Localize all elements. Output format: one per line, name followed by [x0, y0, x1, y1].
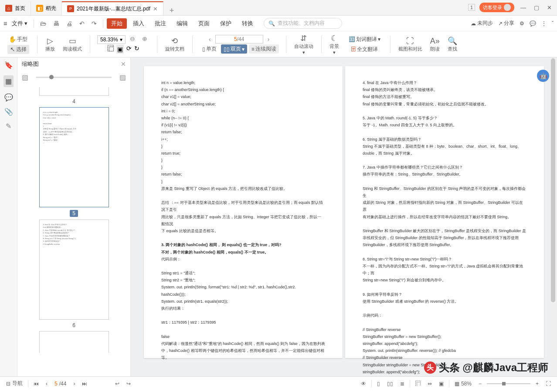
nav-toggle[interactable]: ⊟导航	[4, 380, 24, 387]
open-icon[interactable]: 🗁	[37, 20, 49, 27]
assistant-button[interactable]: 🤖	[537, 70, 549, 82]
attachment-icon[interactable]: 📎	[4, 108, 13, 116]
collapse-icon[interactable]: ˇ	[552, 20, 554, 27]
zoom-level[interactable]: 58.33%▾	[97, 35, 126, 44]
view-single-icon[interactable]: ▯	[375, 381, 382, 387]
rotate-button[interactable]: ⟲旋转文档	[163, 35, 187, 53]
thumbnail-close-button[interactable]: ✕	[121, 61, 126, 68]
fit-width-icon[interactable]: ⿸	[108, 45, 114, 54]
fit-page-icon[interactable]: ▣	[116, 45, 124, 54]
select-tool[interactable]: ↖选择	[7, 45, 29, 54]
hand-tool[interactable]: ✋手型	[6, 35, 30, 44]
tab-shell[interactable]: ◧ 稻壳	[31, 1, 62, 15]
menu-insert[interactable]: 插入	[129, 20, 149, 27]
image-icon[interactable]: ▧	[22, 73, 28, 81]
read-mode-button[interactable]: ▭阅读模式	[60, 35, 85, 53]
share-button[interactable]: ↗分享	[498, 20, 514, 27]
menu-protect[interactable]: 保护	[216, 20, 236, 27]
prev-page-button[interactable]: ‹	[206, 36, 214, 43]
thumbnail-list[interactable]: 4 int n = value.length;if (n == anotherS…	[17, 84, 130, 376]
undo-icon[interactable]: ↶	[77, 20, 87, 27]
sync-button[interactable]: ☁未同步	[471, 20, 493, 27]
file-menu[interactable]: 文件▾	[9, 20, 30, 27]
thumbnail-icon[interactable]: ▦	[3, 75, 14, 87]
fullscreen-icon[interactable]: ⛶	[544, 381, 553, 387]
prev-page-button[interactable]: ‹	[44, 381, 49, 387]
find-button[interactable]: 🔍查找	[445, 35, 460, 53]
play-button[interactable]: ▷播放	[43, 35, 58, 53]
chat-icon[interactable]: 💬	[530, 20, 536, 27]
eye-icon[interactable]: 👁	[359, 381, 368, 387]
workspace: 🔖 ▦ 💬 📎 ✎ 缩略图 ✕ ▧ ▨ 4 int n = value.leng…	[0, 57, 557, 376]
more-icon[interactable]: ⋮	[541, 20, 547, 27]
screenshot-button[interactable]: ⛶截图和对比	[396, 36, 425, 53]
separator	[37, 36, 37, 53]
page-indicator[interactable]: 5/44	[53, 381, 68, 387]
next-page-button[interactable]: ›	[71, 381, 77, 387]
tab-doc-label: 2021年最新版-...案总结汇总.pdf	[77, 5, 150, 13]
fit-icon[interactable]: ⿸	[414, 381, 422, 387]
last-page-button[interactable]: ⏭	[80, 381, 89, 387]
maximize-button[interactable]: ▢	[532, 4, 541, 11]
first-page-button[interactable]: ⏮	[32, 381, 41, 387]
word-translate-button[interactable]: 🈁划词翻译▾	[346, 35, 383, 44]
fit-width-icon[interactable]: ⇔	[426, 381, 434, 387]
zoom-out-button[interactable]: −	[477, 381, 483, 387]
continuous-read-button[interactable]: ≡连续阅读	[249, 44, 279, 54]
close-button[interactable]: ✕	[545, 4, 554, 11]
tab-document[interactable]: P 2021年最新版-...案总结汇总.pdf ✕	[62, 1, 163, 15]
hamburger-icon[interactable]: ≡	[3, 20, 7, 27]
minimize-button[interactable]: —	[519, 4, 528, 11]
signature-icon[interactable]: ✎	[6, 122, 11, 130]
new-tab-button[interactable]: +	[163, 6, 180, 15]
thumbnail-page-4[interactable]	[39, 87, 109, 96]
auto-scroll-button[interactable]: ⇵自动滚动▾	[292, 33, 316, 56]
comment-icon[interactable]: 💬	[4, 93, 13, 101]
actual-icon[interactable]: ▣	[437, 381, 445, 387]
page-number-input[interactable]: 5/44	[215, 35, 263, 44]
redo-icon[interactable]: ↷	[89, 20, 99, 27]
menu-edit[interactable]: 编辑	[172, 20, 192, 27]
search-input[interactable]: 🔍 查找功能、文档内容	[264, 18, 342, 29]
print-icon[interactable]: 🖨	[64, 20, 75, 27]
moon-icon: ☾	[331, 34, 338, 43]
save-icon[interactable]: 🖶	[51, 20, 62, 27]
zoom-out-button[interactable]: ⊖	[127, 35, 138, 44]
full-translate-button[interactable]: 🈂全文翻译	[348, 45, 380, 54]
cursor-icon: ↖	[10, 46, 15, 53]
single-page-button[interactable]: ▯单页	[200, 44, 219, 54]
next-page-button[interactable]: ›	[265, 36, 272, 43]
settings-icon[interactable]: ⚙	[520, 20, 524, 27]
double-page-button[interactable]: ▯▯双页▾	[221, 44, 247, 54]
notification-badge[interactable]: 1	[468, 4, 475, 11]
background-button[interactable]: ☾背景▾	[327, 33, 342, 56]
back-button[interactable]: ↩	[113, 381, 121, 387]
separator	[103, 20, 103, 27]
read-aloud-button[interactable]: A»朗读	[428, 36, 442, 53]
forward-button[interactable]: ↪	[125, 381, 132, 387]
tab-home[interactable]: ⌂ 首页	[0, 1, 31, 15]
thumbnail-page-5[interactable]: int n = value.length;if (n == anotherStr…	[39, 107, 109, 207]
thumbnail-page-7[interactable]	[39, 331, 109, 353]
image-large-icon[interactable]: ▨	[119, 73, 126, 81]
bookmark-icon[interactable]: 🔖	[4, 61, 13, 69]
vertical-scrollbar[interactable]	[550, 57, 556, 376]
document-area[interactable]: 🤖 int n = value.length;if (n == anotherS…	[131, 57, 557, 376]
zoom-in-button[interactable]: +	[534, 381, 540, 387]
menu-start[interactable]: 开始	[107, 18, 127, 29]
actual-size-icon[interactable]: ⟳	[126, 45, 132, 54]
zoom-in-button[interactable]: ⊕	[139, 35, 150, 44]
tab-close-button[interactable]: ✕	[153, 6, 158, 12]
zoom-slider[interactable]	[487, 383, 530, 384]
menu-annotate[interactable]: 批注	[150, 20, 170, 27]
fit-icon[interactable]: ↻	[134, 45, 139, 54]
menu-convert[interactable]: 转换	[238, 20, 258, 27]
login-button[interactable]: 访客登录	[479, 3, 514, 12]
zoom-value[interactable]: ▦58%	[453, 381, 473, 387]
play-icon: ▷	[47, 36, 53, 46]
thumbnail-size-slider[interactable]	[36, 77, 112, 78]
view-double-icon[interactable]: ▯▯	[385, 381, 395, 387]
view-cont-icon[interactable]: ≣	[398, 381, 406, 387]
thumbnail-page-6[interactable]: 4. final 在 Java 中有什么作用？final 修饰的类叫最终类...…	[39, 220, 109, 320]
menu-page[interactable]: 页面	[194, 20, 214, 27]
